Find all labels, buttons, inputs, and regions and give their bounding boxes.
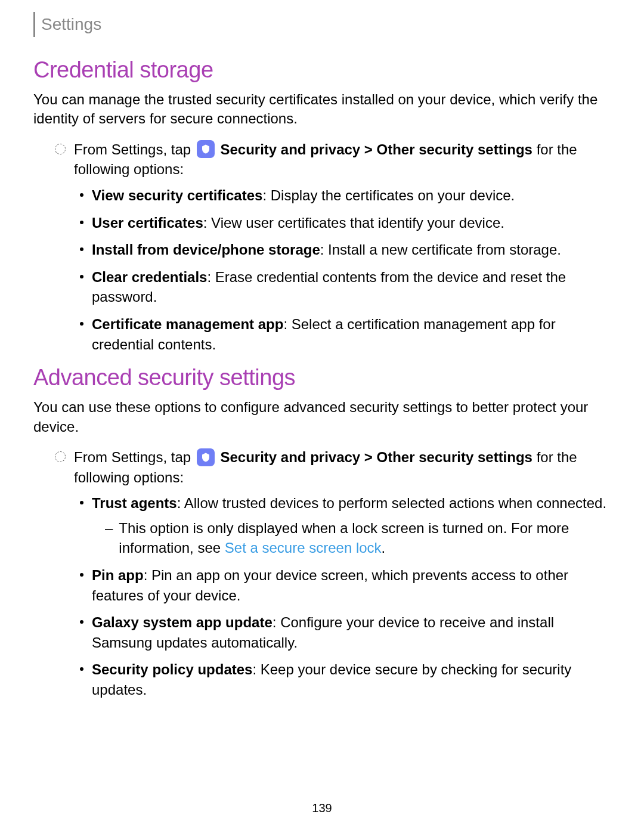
- intro-credential-storage: You can manage the trusted security cert…: [33, 90, 611, 129]
- dot-bullet-icon: [80, 322, 83, 326]
- sub-text: This option is only displayed when a loc…: [119, 518, 611, 558]
- dot-bullet-icon: [80, 275, 83, 278]
- dot-bullet-icon: [80, 247, 83, 251]
- shield-icon: [197, 140, 215, 158]
- dash-bullet-icon: –: [105, 518, 113, 538]
- heading-advanced-security: Advanced security settings: [33, 365, 611, 391]
- bullet-item: Clear credentials: Erase credential cont…: [80, 267, 611, 307]
- bullet-item: Trust agents: Allow trusted devices to p…: [80, 493, 611, 558]
- bullet-item: Pin app: Pin an app on your device scree…: [80, 565, 611, 605]
- dot-bullet-icon: [80, 620, 83, 624]
- bullet-text: Security policy updates: Keep your devic…: [92, 659, 611, 699]
- step-block-2: From Settings, tap Security and privacy …: [55, 447, 611, 487]
- heading-credential-storage: Credential storage: [33, 57, 611, 83]
- step-bold: Security and privacy > Other security se…: [220, 449, 532, 465]
- sub-item: – This option is only displayed when a l…: [105, 518, 611, 558]
- step-line: From Settings, tap Security and privacy …: [55, 140, 611, 179]
- bullet-text: Pin app: Pin an app on your device scree…: [92, 565, 611, 605]
- dot-bullet-icon: [80, 573, 83, 577]
- bullet-text: View security certificates: Display the …: [92, 185, 611, 206]
- page-header: Settings: [33, 12, 101, 37]
- step-line: From Settings, tap Security and privacy …: [55, 447, 611, 487]
- dot-bullet-icon: [80, 667, 83, 671]
- step-prefix: From Settings, tap: [74, 141, 191, 157]
- bullet-item: Install from device/phone storage: Insta…: [80, 240, 611, 260]
- header-bar: [33, 12, 35, 37]
- step-bold: Security and privacy > Other security se…: [220, 141, 532, 157]
- bullet-list-1: View security certificates: Display the …: [80, 185, 611, 354]
- step-text-2: From Settings, tap Security and privacy …: [74, 447, 611, 487]
- bullet-item: Galaxy system app update: Configure your…: [80, 612, 611, 652]
- bullet-text: User certificates: View user certificate…: [92, 213, 611, 233]
- bullet-item: Security policy updates: Keep your devic…: [80, 659, 611, 699]
- shield-icon: [197, 448, 215, 466]
- bullet-text: Galaxy system app update: Configure your…: [92, 612, 611, 652]
- step-block-1: From Settings, tap Security and privacy …: [55, 140, 611, 179]
- bullet-text: Trust agents: Allow trusted devices to p…: [92, 493, 611, 558]
- bullet-text: Certificate management app: Select a cer…: [92, 314, 611, 354]
- step-prefix: From Settings, tap: [74, 449, 191, 465]
- circle-bullet-icon: [55, 144, 66, 154]
- bullet-text: Clear credentials: Erase credential cont…: [92, 267, 611, 307]
- header-title: Settings: [41, 15, 101, 34]
- bullet-text: Install from device/phone storage: Insta…: [92, 240, 611, 260]
- content: Credential storage You can manage the tr…: [33, 47, 611, 707]
- dot-bullet-icon: [80, 221, 83, 224]
- dot-bullet-icon: [80, 501, 83, 504]
- page-number: 139: [0, 801, 644, 815]
- link-secure-lock[interactable]: Set a secure screen lock: [225, 540, 382, 556]
- circle-bullet-icon: [55, 451, 66, 462]
- bullet-item: View security certificates: Display the …: [80, 185, 611, 206]
- bullet-item: Certificate management app: Select a cer…: [80, 314, 611, 354]
- intro-advanced-security: You can use these options to configure a…: [33, 398, 611, 436]
- step-text-1: From Settings, tap Security and privacy …: [74, 140, 611, 179]
- dot-bullet-icon: [80, 193, 83, 197]
- bullet-item: User certificates: View user certificate…: [80, 213, 611, 233]
- bullet-list-2: Trust agents: Allow trusted devices to p…: [80, 493, 611, 699]
